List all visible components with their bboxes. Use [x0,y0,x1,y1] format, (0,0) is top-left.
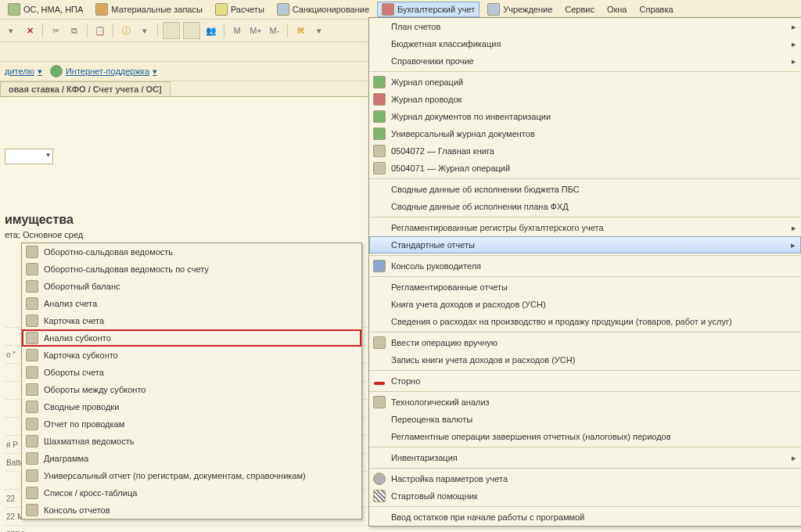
acct-menu-item[interactable]: Журнал проводок [369,91,801,108]
menu-help[interactable]: Справка [634,3,677,16]
std-report-item[interactable]: Диаграмма [22,450,361,467]
active-tab[interactable]: овая ставка / КФО / Счет учета / ОС] [0,81,171,96]
dropdown-toggle-2[interactable]: ▾ [137,23,153,38]
menu-item-icon [373,76,386,88]
paste-button[interactable]: 📋 [92,23,108,38]
memory-m[interactable]: M [229,23,245,38]
menu-os[interactable]: ОС, НМА, НПА [3,2,88,17]
std-report-item[interactable]: Универсальный отчет (по регистрам, докум… [22,467,361,484]
acct-menu-item[interactable]: Сводные данные об исполнении бюджета ПБС [369,181,801,198]
acct-menu-item[interactable]: Книга учета доходов и расходов (УСН) [369,296,801,313]
menu-item-icon [373,128,386,140]
menu-sanction[interactable]: Санкционирование [272,2,374,17]
menu-institution[interactable]: Учреждение [483,2,557,17]
menu-item-label: Универсальный отчет (по регистрам, докум… [44,471,306,480]
acct-menu-item[interactable]: Журнал операций [369,74,801,91]
std-report-item[interactable]: Сводные проводки [22,398,361,415]
acct-menu-item[interactable]: План счетов▸ [369,18,801,35]
menu-item-label: Оборотный баланс [44,282,120,291]
report-icon [26,366,38,379]
menu-item-icon [373,110,386,123]
acct-menu-item[interactable]: Ввести операцию вручную [369,334,801,351]
bc-support[interactable]: Интернет-поддержка ▾ [50,65,157,77]
menu-item-label: Анализ субконто [44,333,111,343]
report-icon [26,383,38,396]
acct-menu-item[interactable]: Запись книги учета доходов и расходов (У… [369,351,801,368]
std-report-item[interactable]: Оборотно-сальдовая ведомость по счету [22,261,361,278]
std-report-item[interactable]: Карточка счета [22,312,361,329]
menu-item-label: Консоль руководителя [391,261,481,271]
menu-calc[interactable]: Расчеты [210,2,269,17]
menu-item-label: Стандартные отчеты [391,240,475,250]
cut-button[interactable]: ✂ [48,23,63,38]
accounting-dropdown: План счетов▸Бюджетная классификация▸Спра… [368,17,801,527]
menu-materials[interactable]: Материальные запасы [91,2,207,17]
menu-service[interactable]: Сервис [560,3,599,16]
std-report-item[interactable]: Список / кросс-таблица [22,484,361,501]
acct-menu-item[interactable]: Настройка параметров учета [369,470,801,487]
acct-menu-item[interactable]: Справочники прочие▸ [369,52,801,70]
bc-to[interactable]: дителю ▾ [5,66,42,77]
report-icon [26,332,38,344]
dropdown-toggle-3[interactable]: ▾ [311,23,327,38]
menu-item-label: Диаграмма [44,454,88,463]
report-icon [26,504,38,516]
menu-accounting[interactable]: Бухгалтерский учет [377,2,480,17]
std-report-item[interactable]: Анализ счета [22,295,361,312]
acct-menu-item[interactable]: Сводные данные об исполнении плана ФХД [369,198,801,215]
calendar-button[interactable] [163,22,180,39]
acct-menu-item[interactable]: Журнал документов по инвентаризации [369,108,801,125]
tools-button[interactable]: 🛠 [293,23,308,38]
acct-menu-item[interactable]: Стартовый помощник [369,487,801,505]
report-icon [26,246,38,258]
std-report-item[interactable]: Обороты между субконто [22,381,361,398]
report-icon [26,435,38,448]
std-report-item[interactable]: Обороты счета [22,364,361,381]
people-button[interactable]: 👥 [203,23,219,38]
menu-item-label: Ввести операцию вручную [391,338,497,347]
std-report-item[interactable]: Отчет по проводкам [22,415,361,433]
acct-menu-item[interactable]: Бюджетная классификация▸ [369,35,801,52]
close-button[interactable]: ✕ [22,23,38,38]
std-report-item[interactable]: Оборотный баланс [22,278,361,295]
memory-mminus[interactable]: M- [267,23,282,38]
menu-item-label: Сторно [391,376,420,386]
acct-menu-item[interactable]: Консоль руководителя [369,257,801,275]
acct-menu-item[interactable]: Универсальный журнал документов [369,125,801,142]
acct-menu-item[interactable]: Инвентаризация▸ [369,449,801,466]
acct-menu-item[interactable]: Регламентные операции завершения отчетны… [369,428,801,445]
calc-button[interactable] [183,22,200,39]
std-report-item[interactable]: Карточка субконто [22,347,361,364]
acct-menu-item[interactable]: Регламентированные отчеты [369,279,801,296]
report-icon [26,469,38,482]
memory-mplus[interactable]: M+ [248,23,264,38]
acct-menu-item[interactable]: Сведения о расходах на производство и пр… [369,313,801,330]
acct-menu-item[interactable]: Стандартные отчеты▸ [369,236,801,253]
menu-item-label: Переоценка валюты [391,415,472,424]
menu-item-icon [373,336,386,349]
globe-icon [50,65,63,77]
copy-button[interactable]: ⧉ [66,23,82,38]
menu-item-label: Журнал операций [391,77,463,87]
acct-menu-item[interactable]: Переоценка валюты [369,411,801,428]
acct-menu-item[interactable]: 0504072 — Главная книга [369,142,801,160]
menu-windows[interactable]: Окна [602,3,632,16]
acct-menu-item[interactable]: Регламентированные регистры бухгалтерско… [369,219,801,236]
std-report-item[interactable]: Шахматная ведомость [22,433,361,450]
dropdown-toggle[interactable]: ▾ [3,23,19,38]
acct-menu-item[interactable]: Технологический анализ [369,394,801,411]
menu-item-label: Справочники прочие [391,56,474,66]
combo-field[interactable] [5,149,53,164]
acct-menu-item[interactable]: 0504071 — Журнал операций [369,160,801,177]
std-report-item[interactable]: Анализ субконто [22,329,361,347]
std-report-item[interactable]: Оборотно-сальдовая ведомость [22,243,361,261]
report-icon [26,452,38,465]
acct-menu-item[interactable]: Сторно [369,372,801,390]
menu-item-label: Универсальный журнал документов [391,129,535,138]
acct-menu-item[interactable]: Ввод остатков при начале работы с програ… [369,509,801,526]
info-button[interactable]: ⓘ [118,23,134,38]
menu-item-label: Консоль отчетов [44,505,110,515]
menu-item-label: Инвентаризация [391,453,458,462]
std-report-item[interactable]: Консоль отчетов [22,501,361,519]
menu-item-label: Анализ счета [44,299,97,308]
